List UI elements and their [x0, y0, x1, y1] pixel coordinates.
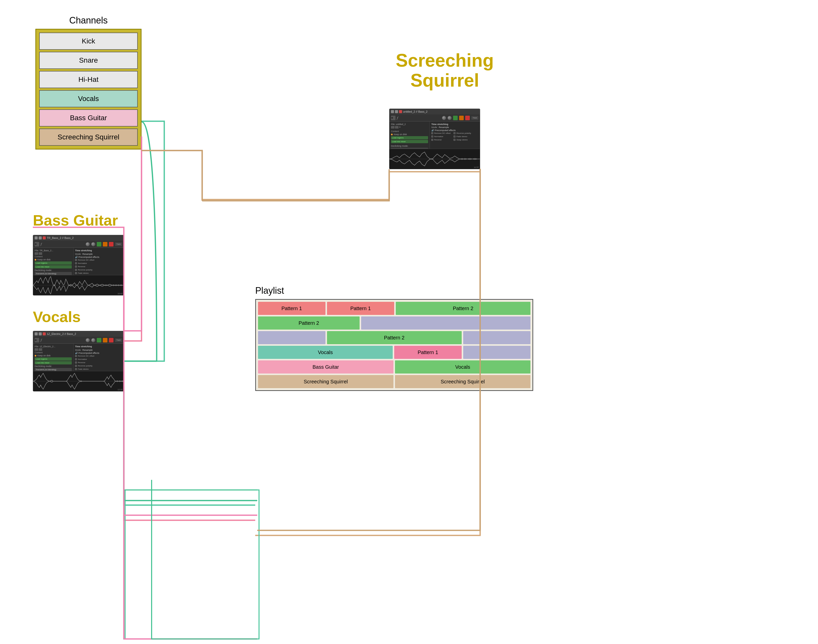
load-into-mixer[interactable]: Load into mixer — [391, 140, 428, 143]
vocals-load-regions[interactable]: Load regions — [35, 357, 72, 360]
vocals-play-btn[interactable] — [97, 338, 101, 342]
bass-knob2[interactable] — [91, 242, 95, 246]
channel-snare[interactable]: Snare — [39, 52, 138, 69]
p5-block-1[interactable]: Bass Guitar — [258, 360, 394, 374]
declicking-label: Declicking mode: — [391, 145, 408, 147]
p4-block-3[interactable] — [463, 346, 530, 359]
cb2[interactable] — [431, 136, 433, 137]
bass-close[interactable] — [43, 236, 46, 239]
bass-toolbar: + 𝑓 Track — [33, 241, 124, 248]
vocals-load-mixer[interactable]: Load into mixer — [35, 361, 72, 365]
p1-block-2[interactable]: Pattern 1 — [327, 302, 394, 315]
load-regions[interactable]: Load regions — [391, 136, 428, 140]
bass-tool-add[interactable]: + — [35, 242, 39, 247]
vocals-titlebar: 1Z_Electric_2 // Bass_2 — [33, 331, 124, 337]
p1-block-1[interactable]: Pattern 1 — [258, 302, 326, 315]
vocals-file-label: File: 1Z_Electric_2... — [35, 345, 72, 348]
p4-block-1[interactable]: Vocals — [258, 346, 393, 359]
bass-guitar-audio-window: TR_Bass_2 // Bass_2 + 𝑓 Track File: TR_B… — [33, 235, 124, 296]
cb3[interactable] — [431, 139, 433, 141]
vocals-maximize[interactable] — [38, 332, 42, 335]
bass-cb3[interactable] — [75, 266, 77, 267]
stop-btn[interactable] — [465, 116, 470, 120]
bass-guitar-title: Bass Guitar — [33, 212, 118, 229]
maximize-btn[interactable] — [395, 110, 398, 113]
vocals-knob1[interactable] — [86, 338, 90, 342]
vc-cb4[interactable] — [75, 365, 77, 367]
vocals-minimize[interactable] — [35, 332, 38, 335]
bass-tool-icon[interactable]: 𝑓 — [41, 242, 42, 246]
svg-rect-0 — [125, 490, 259, 639]
bass-maximize[interactable] — [38, 236, 42, 239]
playlist-row-5: Bass Guitar Vocals — [258, 360, 530, 374]
channel-bass-guitar[interactable]: Bass Guitar — [39, 109, 138, 127]
p3-block-1[interactable] — [258, 331, 326, 344]
vocals-close[interactable] — [43, 332, 46, 335]
close-btn[interactable] — [399, 110, 402, 113]
channels-box: Kick Snare Hi-Hat Vocals Bass Guitar Scr… — [35, 29, 141, 150]
minimize-btn[interactable] — [391, 110, 394, 113]
p6-block-1[interactable]: Screeching Squirrel — [258, 375, 394, 388]
playlist-row-3: Pattern 2 — [258, 331, 530, 344]
playlist-row-2: Pattern 2 — [258, 316, 530, 330]
vocals-track-btn[interactable]: Track — [115, 339, 122, 342]
tool-add[interactable]: + — [391, 116, 395, 120]
bass-play-btn[interactable] — [97, 242, 101, 247]
bass-knob1[interactable] — [86, 242, 90, 246]
bass-load-mixer[interactable]: Load into mixer — [35, 265, 72, 268]
p5-block-2[interactable]: Vocals — [395, 360, 530, 374]
cb4[interactable] — [454, 132, 455, 134]
p2-block-1[interactable]: Pattern 2 — [258, 316, 360, 330]
cb5[interactable] — [454, 136, 455, 137]
bass-track-btn[interactable]: Track — [115, 242, 122, 246]
p3-block-2[interactable]: Pattern 2 — [327, 331, 462, 344]
p2-block-2[interactable] — [361, 316, 530, 330]
bass-stop-btn[interactable] — [109, 242, 114, 247]
channel-vocals[interactable]: Vocals — [39, 90, 138, 107]
bass-window-title: TR_Bass_2 // Bass_2 — [47, 236, 122, 239]
bass-keep-radio[interactable] — [35, 259, 36, 261]
vc-cb2[interactable] — [75, 358, 77, 360]
bass-cb2[interactable] — [75, 262, 77, 264]
bass-time-display: 10:42 — [117, 293, 123, 295]
vocals-keep-radio[interactable] — [35, 355, 36, 357]
vocals-tool-icon[interactable]: 𝑓 — [41, 338, 42, 342]
cb6[interactable] — [454, 139, 455, 141]
p3-block-3[interactable] — [463, 331, 530, 344]
vc-cb3[interactable] — [75, 362, 77, 363]
channel-kick[interactable]: Kick — [39, 32, 138, 50]
content-label: Content — [391, 130, 428, 133]
bass-cb1[interactable] — [75, 259, 77, 261]
cb1[interactable] — [431, 132, 433, 134]
play-btn[interactable] — [453, 116, 458, 120]
bass-load-regions[interactable]: Load regions — [35, 261, 72, 265]
time-stretching-row: Time stretching — [431, 123, 478, 126]
vc-cb5[interactable] — [75, 368, 77, 370]
bass-content-label: Content — [35, 255, 72, 258]
bass-rec-btn[interactable] — [103, 242, 108, 247]
keep-on-disk-radio[interactable] — [391, 133, 393, 135]
playlist-section: Playlist Pattern 1 Pattern 1 Pattern 2 P… — [255, 285, 533, 391]
vocals-knob2[interactable] — [91, 338, 95, 342]
squirrel-waveform: 11:57 — [389, 149, 480, 169]
channel-hihat[interactable]: Hi-Hat — [39, 71, 138, 88]
channel-screeching-squirrel[interactable]: Screeching Squirrel — [39, 129, 138, 146]
p6-block-2[interactable]: Screeching Squirrel — [395, 375, 530, 388]
vocals-stop-btn[interactable] — [109, 338, 114, 342]
knob2[interactable] — [447, 116, 452, 120]
bass-minimize[interactable] — [35, 236, 38, 239]
window-title: untitled_2 // Bass_2 — [403, 110, 478, 113]
p4-block-2[interactable]: Pattern 1 — [394, 346, 462, 359]
knob1[interactable] — [442, 116, 446, 120]
bass-cb5[interactable] — [75, 272, 77, 274]
playlist-title: Playlist — [255, 285, 533, 296]
vocals-rec-btn[interactable] — [103, 338, 108, 342]
p1-block-3[interactable]: Pattern 2 — [396, 302, 530, 315]
vocals-tool-add[interactable]: + — [35, 338, 39, 342]
tool-icon[interactable]: 𝑓 — [397, 116, 398, 120]
track-btn[interactable]: Track — [471, 116, 478, 120]
bass-cb4[interactable] — [75, 269, 77, 271]
rec-btn[interactable] — [459, 116, 464, 120]
playlist-row-1: Pattern 1 Pattern 1 Pattern 2 — [258, 302, 530, 315]
vc-cb1[interactable] — [75, 355, 77, 357]
